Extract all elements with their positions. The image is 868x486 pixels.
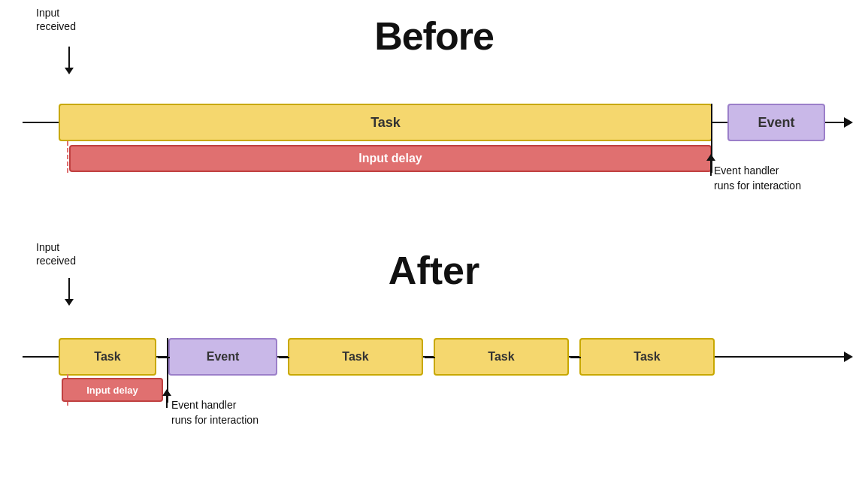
before-title: Before — [374, 14, 494, 59]
task-bar-after-2: Task — [288, 338, 423, 376]
arrow-down-after — [65, 278, 74, 306]
after-title: After — [389, 248, 479, 293]
task-bar-before: Task — [59, 104, 712, 141]
input-received-after-label: Input received — [36, 240, 76, 267]
event-handler-label-after: Event handler runs for interaction — [171, 398, 259, 427]
input-received-before-label: Input received — [36, 6, 76, 33]
connector-4 — [570, 357, 581, 358]
event-handler-label-before: Event handler runs for interaction — [714, 164, 801, 193]
task-bar-after-4: Task — [579, 338, 715, 376]
diagram: Before Input received Task Event Input d… — [0, 0, 868, 486]
input-delay-after: Input delay — [62, 378, 163, 402]
event-bar-after: Event — [168, 338, 277, 376]
connector-2 — [279, 357, 289, 358]
connector-3 — [425, 357, 435, 358]
task-bar-after-1: Task — [59, 338, 156, 376]
timeline-arrow-after — [844, 352, 853, 362]
task-bar-after-3: Task — [434, 338, 569, 376]
timeline-arrow-before — [844, 117, 853, 128]
event-bar-before: Event — [727, 104, 825, 141]
connector-1 — [158, 357, 170, 358]
arrow-down-before — [65, 47, 74, 74]
input-delay-before: Input delay — [69, 145, 712, 172]
dotted-line-before — [67, 141, 68, 173]
arrow-up-after — [162, 389, 171, 408]
